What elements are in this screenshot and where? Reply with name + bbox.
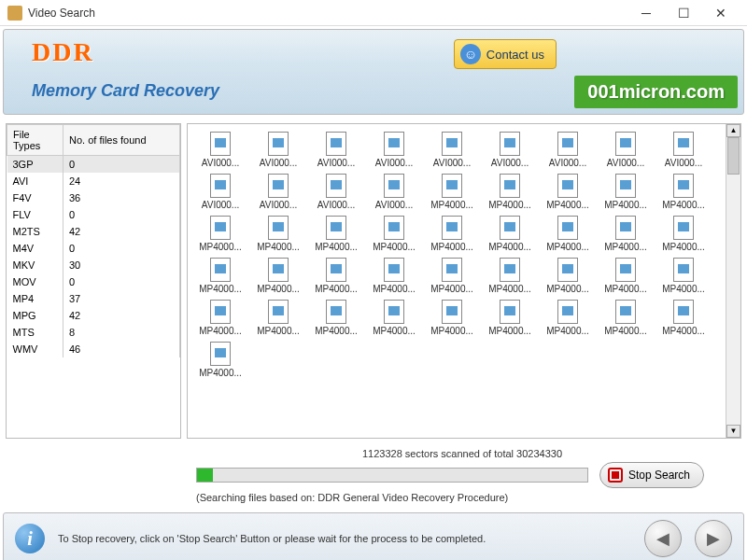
file-type-row[interactable]: MPG42: [7, 307, 180, 324]
minimize-button[interactable]: ─: [627, 0, 665, 26]
files-scrollbar[interactable]: ▲ ▼: [726, 124, 740, 438]
video-file-icon: [210, 216, 231, 240]
file-item[interactable]: MP4000...: [365, 300, 423, 336]
file-item[interactable]: MP4000...: [365, 258, 423, 294]
file-name: MP4000...: [307, 326, 365, 336]
video-file-icon: [557, 258, 578, 282]
file-item[interactable]: MP4000...: [191, 342, 249, 378]
file-name: AVI000...: [481, 158, 539, 168]
file-item[interactable]: MP4000...: [481, 174, 539, 210]
contact-label: Contact us: [486, 48, 544, 62]
file-item[interactable]: MP4000...: [655, 258, 712, 294]
file-item[interactable]: AVI000...: [249, 174, 307, 210]
file-name: MP4000...: [249, 326, 307, 336]
file-item[interactable]: MP4000...: [191, 258, 249, 294]
stop-search-button[interactable]: Stop Search: [599, 462, 704, 488]
video-file-icon: [268, 216, 289, 240]
file-item[interactable]: MP4000...: [655, 174, 712, 210]
file-item[interactable]: AVI000...: [307, 174, 365, 210]
scroll-up-icon[interactable]: ▲: [726, 124, 740, 137]
video-file-icon: [442, 132, 462, 156]
video-file-icon: [268, 132, 289, 156]
col-header-type[interactable]: File Types: [7, 125, 63, 156]
file-type-row[interactable]: AVI24: [7, 173, 180, 189]
next-button[interactable]: ▶: [695, 520, 732, 557]
file-type-row[interactable]: F4V36: [7, 189, 180, 206]
file-item[interactable]: AVI000...: [191, 174, 249, 210]
file-item[interactable]: MP4000...: [481, 258, 539, 294]
file-type-row[interactable]: FLV0: [7, 206, 180, 223]
file-item[interactable]: MP4000...: [307, 300, 365, 336]
files-grid[interactable]: AVI000...AVI000...AVI000...AVI000...AVI0…: [188, 124, 726, 438]
maximize-button[interactable]: ☐: [665, 0, 702, 26]
file-item[interactable]: MP4000...: [597, 258, 655, 294]
video-file-icon: [384, 300, 404, 324]
logo-text: DDR: [32, 37, 94, 67]
video-file-icon: [673, 258, 694, 282]
file-name: MP4000...: [191, 326, 249, 336]
file-item[interactable]: MP4000...: [597, 300, 655, 336]
file-type-row[interactable]: M2TS42: [7, 223, 180, 240]
video-file-icon: [384, 132, 404, 156]
file-name: MP4000...: [365, 242, 423, 252]
contact-us-button[interactable]: ☺ Contact us: [454, 39, 557, 69]
file-item[interactable]: AVI000...: [423, 132, 481, 168]
file-item[interactable]: AVI000...: [249, 132, 307, 168]
file-name: MP4000...: [481, 326, 539, 336]
file-type-row[interactable]: MTS8: [7, 324, 180, 341]
video-file-icon: [615, 300, 636, 324]
file-item[interactable]: MP4000...: [307, 216, 365, 252]
file-item[interactable]: MP4000...: [539, 258, 597, 294]
file-item[interactable]: MP4000...: [423, 174, 481, 210]
file-item[interactable]: MP4000...: [365, 216, 423, 252]
file-item[interactable]: MP4000...: [249, 258, 307, 294]
file-item[interactable]: AVI000...: [539, 132, 597, 168]
file-item[interactable]: MP4000...: [481, 216, 539, 252]
file-item[interactable]: MP4000...: [249, 216, 307, 252]
file-name: MP4000...: [539, 200, 597, 210]
file-item[interactable]: MP4000...: [539, 174, 597, 210]
file-item[interactable]: MP4000...: [539, 216, 597, 252]
file-item[interactable]: MP4000...: [249, 300, 307, 336]
file-count-cell: 42: [63, 223, 180, 240]
file-item[interactable]: MP4000...: [655, 216, 712, 252]
file-item[interactable]: MP4000...: [307, 258, 365, 294]
file-type-row[interactable]: WMV46: [7, 341, 180, 357]
col-header-count[interactable]: No. of files found: [63, 125, 180, 156]
video-file-icon: [326, 216, 346, 240]
file-type-row[interactable]: 3GP0: [7, 156, 180, 174]
back-button[interactable]: ◀: [644, 520, 682, 557]
file-item[interactable]: MP4000...: [423, 258, 481, 294]
video-file-icon: [384, 216, 404, 240]
file-type-cell: MOV: [7, 273, 63, 290]
file-type-row[interactable]: MOV0: [7, 273, 180, 290]
file-item[interactable]: AVI000...: [597, 132, 655, 168]
file-item[interactable]: MP4000...: [191, 216, 249, 252]
scroll-thumb[interactable]: [727, 137, 740, 175]
file-item[interactable]: AVI000...: [191, 132, 249, 168]
file-item[interactable]: MP4000...: [597, 216, 655, 252]
file-count-cell: 0: [63, 206, 180, 223]
file-type-row[interactable]: MKV30: [7, 257, 180, 273]
file-type-row[interactable]: MP437: [7, 290, 180, 307]
file-item[interactable]: AVI000...: [365, 132, 423, 168]
file-item[interactable]: AVI000...: [365, 174, 423, 210]
file-type-row[interactable]: M4V0: [7, 240, 180, 257]
file-name: MP4000...: [597, 284, 655, 294]
file-item[interactable]: MP4000...: [539, 300, 597, 336]
file-item[interactable]: AVI000...: [307, 132, 365, 168]
file-item[interactable]: MP4000...: [423, 300, 481, 336]
file-item[interactable]: MP4000...: [481, 300, 539, 336]
video-file-icon: [442, 258, 462, 282]
file-count-cell: 8: [63, 324, 180, 341]
file-item[interactable]: MP4000...: [423, 216, 481, 252]
file-item[interactable]: AVI000...: [481, 132, 539, 168]
file-item[interactable]: AVI000...: [655, 132, 712, 168]
file-item[interactable]: MP4000...: [191, 300, 249, 336]
close-button[interactable]: ✕: [702, 0, 740, 26]
scroll-down-icon[interactable]: ▼: [726, 425, 740, 438]
file-item[interactable]: MP4000...: [655, 300, 712, 336]
file-item[interactable]: MP4000...: [597, 174, 655, 210]
file-name: MP4000...: [597, 326, 655, 336]
file-name: AVI000...: [191, 200, 249, 210]
